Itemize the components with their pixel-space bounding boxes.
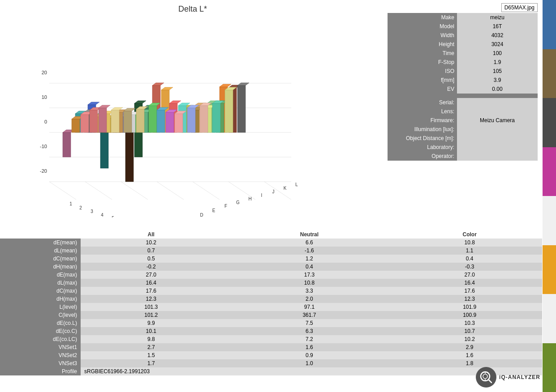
table-row: VNSet12.71.62.9 [0,343,542,351]
svg-text:20: 20 [42,70,47,75]
svg-rect-121 [175,114,183,132]
swatch-magenta [543,147,556,196]
info-row: Laboratory: [388,143,538,152]
info-row: Width4032 [388,31,538,40]
table-row: dH(max)12.32.012.3 [0,295,542,303]
swatch-brown [543,49,556,98]
table-row: dL(max)16.410.816.4 [0,279,542,287]
logo-text: iQ-ANALYZER [499,374,540,380]
svg-point-135 [483,374,487,379]
svg-text:D: D [200,213,203,217]
svg-text:G: G [236,200,240,205]
filename-display: D65MAX.jpg [388,4,538,11]
svg-text:1: 1 [69,201,72,206]
metrics-table: All Neutral Color dE(mean)10.26.610.8dL(… [0,230,542,375]
svg-marker-60 [134,101,146,103]
info-row: Illumination [lux]: [388,125,538,134]
svg-rect-49 [72,119,80,132]
svg-text:K: K [284,186,287,191]
table-row: dE(co.L)9.97.510.3 [0,319,542,327]
svg-rect-47 [125,132,134,182]
svg-text:4: 4 [101,213,103,217]
svg-rect-129 [225,90,233,132]
svg-rect-43 [100,132,108,168]
svg-rect-127 [212,103,220,132]
col-header-color: Color [397,230,542,239]
svg-text:H: H [248,196,251,201]
table-row: dE(co.C)10.16.310.7 [0,327,542,335]
svg-text:C: C [187,217,190,217]
svg-rect-37 [63,132,71,157]
svg-text:5: 5 [112,216,114,217]
table-row: dC(max)17.63.317.6 [0,287,542,295]
svg-rect-97 [157,110,165,132]
swatch-blue [543,0,556,49]
info-row: Object Distance [m]: [388,134,538,143]
col-header-label [0,230,81,239]
info-row: Makemeizu [388,13,538,22]
info-row: Operator: [388,152,538,161]
table-row: dL(mean)0.7-1.61.1 [0,247,542,255]
table-row: dC(mean)0.51.20.4 [0,255,542,263]
svg-line-12 [121,182,148,200]
svg-rect-123 [187,108,195,132]
info-row: f[mm]3.9 [388,76,538,85]
svg-line-13 [157,182,184,200]
col-header-neutral: Neutral [222,230,397,239]
svg-rect-73 [90,110,98,132]
svg-line-10 [49,182,76,200]
svg-marker-86 [99,105,110,108]
svg-rect-89 [124,111,132,132]
svg-line-14 [193,182,220,200]
svg-text:J: J [272,189,275,194]
svg-text:3: 3 [91,209,93,214]
table-row: L(level)101.397.1101.9 [0,303,542,311]
logo-icon [479,371,493,384]
svg-text:-20: -20 [40,168,47,174]
table-row: dE(max)27.017.327.0 [0,271,542,279]
chart-area: Delta L* 20 10 0 -10 -20 [0,0,385,228]
info-row: ISO105 [388,67,538,76]
info-row: Height3024 [388,40,538,49]
svg-rect-61 [81,115,89,132]
color-swatches [543,0,556,392]
svg-marker-42 [88,102,99,105]
swatch-white2 [543,294,556,343]
table-row: VNSet21.50.91.6 [0,351,542,359]
svg-line-11 [85,182,112,200]
logo-area: iQ-ANALYZER [476,367,540,388]
svg-rect-85 [99,108,107,132]
svg-text:-10: -10 [40,144,47,149]
chart-title: Delta L* [4,4,381,14]
svg-text:0: 0 [44,119,47,124]
svg-rect-87 [111,110,119,132]
swatch-dark [543,98,556,147]
svg-marker-96 [161,87,173,90]
swatch-green [543,343,556,392]
svg-rect-109 [166,112,174,132]
svg-text:F: F [224,204,227,209]
table-row: VNSet31.71.01.8 [0,359,542,367]
svg-rect-93 [149,106,157,132]
bottom-section: All Neutral Color dE(mean)10.26.610.8dL(… [0,228,542,375]
col-header-all: All [81,230,222,239]
info-panel: D65MAX.jpg MakemeizuModel16TWidth4032Hei… [385,0,542,228]
svg-text:2: 2 [79,205,82,210]
info-row: F-Stop1.9 [388,58,538,67]
svg-marker-100 [169,101,181,103]
info-row: Model16T [388,22,538,31]
table-row: C(level)101.2361.7100.9 [0,311,542,319]
swatch-orange [543,245,556,294]
table-row: dH(mean)-0.20.4-0.3 [0,263,542,271]
svg-text:L: L [295,182,298,187]
svg-text:10: 10 [42,94,47,100]
svg-rect-131 [237,85,246,132]
info-row: EV0.00 [388,85,538,94]
svg-rect-125 [200,106,208,132]
table-row: ProfilesRGBIEC61966-2.1991203 [0,367,542,375]
table-row: dE(co.LC)9.87.210.2 [0,335,542,343]
metadata-table: MakemeizuModel16TWidth4032Height3024Time… [388,13,538,161]
swatch-white [543,196,556,245]
delta-l-chart: 20 10 0 -10 -20 A B C D E [4,16,309,217]
info-row: Serial: [388,98,538,107]
